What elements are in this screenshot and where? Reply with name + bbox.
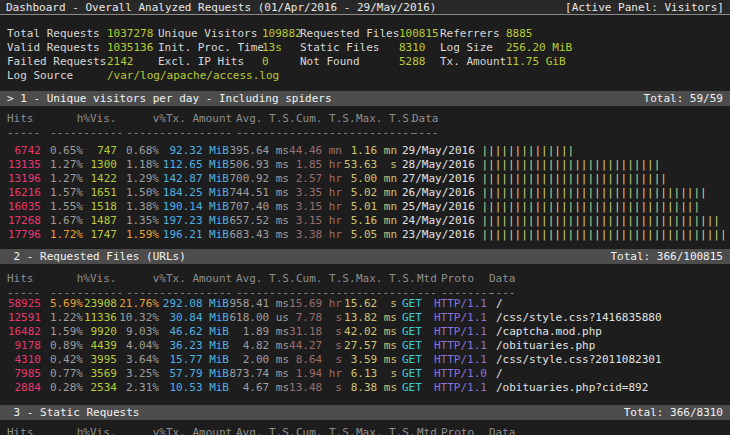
cell-visitors-percent: 1.59% xyxy=(117,228,159,242)
cell-avg-ts: 2.00 ms xyxy=(229,353,289,367)
cell-cum-ts: 3.38 hr xyxy=(289,228,342,242)
column-header: Proto xyxy=(441,426,489,435)
summary-label: Total Requests xyxy=(7,27,107,41)
summary-value: 8885 xyxy=(506,27,533,41)
panel-1-header-separator: ----------------------------------------… xyxy=(7,126,492,140)
cell-protocol: HTTP/1.1 xyxy=(434,297,490,311)
separator-dashes: --------- xyxy=(356,126,412,140)
table-row[interactable]: 43100.42%39953.64%15.77 MiB2.00 ms8.64 s… xyxy=(7,353,724,367)
column-header: Avg. T.S. xyxy=(236,112,296,126)
cell-tx-amount: 112.65 MiB xyxy=(159,158,229,172)
table-row[interactable]: 172681.67%14871.35%197.23 MiB657.52 ms3.… xyxy=(7,214,720,228)
cell-request-url: / xyxy=(496,297,724,311)
panel-2-column-headers: Hitsh%Vis.v%Tx. AmountAvg. T.S.Cum. T.S.… xyxy=(7,272,569,286)
cell-hits-percent: 1.72% xyxy=(41,228,83,242)
separator-dashes: --------- xyxy=(236,126,296,140)
hits-bar: |||||||||||||||||||||||||||| xyxy=(481,172,666,185)
date-value: 23/May/2016 xyxy=(402,228,481,241)
summary-label: Log Size xyxy=(440,41,506,55)
cell-max-ts: 5.05 mn xyxy=(342,228,397,242)
cell-avg-ts: 618.00 us xyxy=(229,311,289,325)
cell-max-ts: 3.59 ms xyxy=(342,353,397,367)
cell-max-ts: 5.00 mn xyxy=(342,172,397,186)
table-row[interactable]: 131351.27%13001.18%112.65 MiB506.93 ms1.… xyxy=(7,158,660,172)
cell-avg-ts: 707.40 ms xyxy=(229,200,289,214)
panel-2-header-bar[interactable]: 2 - Requested Files (URLs)Total: 366/100… xyxy=(0,249,730,264)
cell-tx-amount: 46.62 MiB xyxy=(159,325,229,339)
column-header: Vis. xyxy=(90,426,124,435)
summary-label: Not Found xyxy=(300,55,399,69)
cell-visitors: 3995 xyxy=(83,353,117,367)
cell-hits: 2884 xyxy=(7,381,41,395)
hits-bar: ||||||||||||||||||||||||||||||||| xyxy=(481,200,700,213)
column-header: h% xyxy=(48,112,90,126)
table-row[interactable]: 589255.69%2390821.76%292.08 MiB958.41 ms… xyxy=(7,297,724,311)
table-row[interactable]: 125911.22%1133610.32%30.84 MiB618.00 us7… xyxy=(7,311,724,325)
table-row[interactable]: 79850.77%35693.25%57.79 MiB873.74 ms1.94… xyxy=(7,367,724,381)
cell-visitors: 1651 xyxy=(83,186,117,200)
separator-dashes: --------- xyxy=(296,126,356,140)
column-header: Cum. T.S. xyxy=(296,112,356,126)
cell-visitors-percent: 1.18% xyxy=(117,158,159,172)
cell-cum-ts: 7.78 s xyxy=(289,311,342,325)
cell-date-and-bars: 23/May/2016 ||||||||||||||||||||||||||||… xyxy=(402,228,727,242)
table-row[interactable]: 160351.55%15181.38%190.14 MiB707.40 ms3.… xyxy=(7,200,700,214)
cell-cum-ts: 2.57 hr xyxy=(289,172,342,186)
cell-avg-ts: 1.89 ms xyxy=(229,325,289,339)
cell-cum-ts: 13.48 s xyxy=(289,381,342,395)
separator-dashes: ------ xyxy=(48,126,90,140)
column-header: Proto xyxy=(441,272,489,286)
panel-1-title: > 1 - Unique visitors per day - Includin… xyxy=(7,91,332,106)
summary-pair: Total Requests1037278 xyxy=(7,27,153,41)
goaccess-terminal-screen: { "topbar": { "title": "Dashboard - Over… xyxy=(0,0,730,435)
column-header: Mtd xyxy=(417,426,439,435)
column-header: Avg. T.S. xyxy=(236,426,296,435)
summary-value: 13s xyxy=(262,41,282,55)
cell-request-url: /css/style.css?2011082301 xyxy=(496,353,724,367)
summary-pair: Excl. IP Hits0 xyxy=(158,55,269,69)
cell-hits: 17796 xyxy=(7,228,41,242)
column-header: v% xyxy=(124,272,166,286)
cell-protocol: HTTP/1.0 xyxy=(434,367,490,381)
table-row[interactable]: 67420.65%7470.68%92.32 MiB395.64 ms44.46… xyxy=(7,144,574,158)
summary-value: 0 xyxy=(262,55,269,69)
hits-bar: |||||||||||||||||||||||||||||||||| xyxy=(481,186,706,199)
table-row[interactable]: 91780.89%44394.04%36.23 MiB4.82 ms44.27 … xyxy=(7,339,724,353)
separator-dashes: ------ xyxy=(124,126,166,140)
table-row[interactable]: 28840.28%25342.31%10.53 MiB4.67 ms13.48 … xyxy=(7,381,724,395)
hits-bar: ||||||||||||||||||||||||||||||||||||| xyxy=(481,228,726,241)
separator-dashes: ---- xyxy=(412,126,492,140)
cell-hits: 16035 xyxy=(7,200,41,214)
table-row[interactable]: 131961.27%14221.29%142.87 MiB700.92 ms2.… xyxy=(7,172,667,186)
summary-value: 256.20 MiB xyxy=(506,41,572,55)
summary-label: Requested Files xyxy=(300,27,399,41)
column-header: Hits xyxy=(7,426,48,435)
table-row[interactable]: 164821.59%99209.03%46.62 MiB1.89 ms31.18… xyxy=(7,325,724,339)
panel-3-header-bar[interactable]: 3 - Static RequestsTotal: 366/8310 xyxy=(0,405,730,420)
cell-avg-ts: 4.82 ms xyxy=(229,339,289,353)
summary-pair: Log Source/var/log/apache/access.log xyxy=(7,69,279,83)
summary-pair: Requested Files100815 xyxy=(300,27,439,41)
summary-row: Total Requests1037278Unique Visitors1098… xyxy=(7,27,727,41)
cell-method: GET xyxy=(402,325,424,339)
summary-value: 8310 xyxy=(399,41,426,55)
separator-dashes: ----- xyxy=(90,126,124,140)
cell-hits-percent: 0.89% xyxy=(41,339,83,353)
column-header: h% xyxy=(48,272,90,286)
cell-method: GET xyxy=(402,297,424,311)
column-header: Tx. Amount xyxy=(166,112,236,126)
column-header: Max. T.S. xyxy=(356,426,412,435)
table-row[interactable]: 177961.72%17471.59%196.21 MiB683.43 ms3.… xyxy=(7,228,727,242)
summary-pair: Valid Requests1035136 xyxy=(7,41,153,55)
summary-pair: Unique Visitors109882 xyxy=(158,27,302,41)
date-value: 25/May/2016 xyxy=(402,200,481,213)
summary-pair: Log Size256.20 MiB xyxy=(440,41,572,55)
cell-date-and-bars: 25/May/2016 ||||||||||||||||||||||||||||… xyxy=(402,200,700,214)
cell-max-ts: 27.57 ms xyxy=(342,339,397,353)
summary-label: Unique Visitors xyxy=(158,27,262,41)
table-row[interactable]: 162161.57%16511.50%184.25 MiB744.51 ms3.… xyxy=(7,186,707,200)
cell-protocol: HTTP/1.1 xyxy=(434,325,490,339)
summary-label: Excl. IP Hits xyxy=(158,55,262,69)
panel-1-header-bar[interactable]: > 1 - Unique visitors per day - Includin… xyxy=(0,91,730,106)
summary-label: Tx. Amount xyxy=(440,55,506,69)
